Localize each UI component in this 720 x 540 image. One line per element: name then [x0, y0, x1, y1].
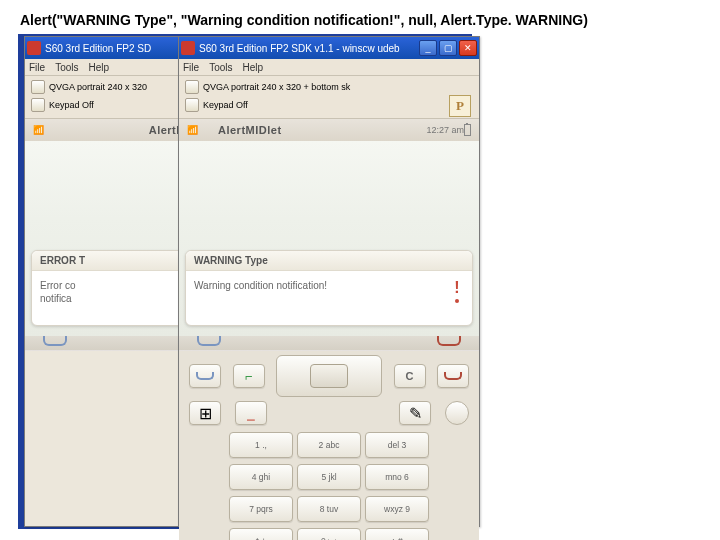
alert-message: Warning condition notification! — [194, 279, 442, 292]
signal-icon: 📶 — [33, 125, 44, 135]
battery-icon — [464, 124, 471, 136]
keypad-row-3: 7 pqrs 8 tuv wxyz 9 — [179, 493, 479, 525]
keypad-row-4: * + 0 ⌴ ↑ # — [179, 525, 479, 540]
warning-icon: ! — [450, 279, 464, 309]
app-icon — [181, 41, 195, 55]
window-buttons: _ ▢ ✕ — [419, 40, 477, 56]
emulator-canvas: S60 3rd Edition FP2 SD File Tools Help Q… — [18, 34, 472, 529]
key-2[interactable]: 2 abc — [297, 432, 361, 458]
menu-file[interactable]: File — [183, 62, 199, 73]
screen-content: WARNING Type Warning condition notificat… — [179, 141, 479, 336]
alert-title: WARNING Type — [186, 251, 472, 271]
close-button[interactable]: ✕ — [459, 40, 477, 56]
keypad-label: Keypad Off — [49, 100, 94, 110]
call-button[interactable]: ⌐ — [233, 364, 265, 388]
window-title-right: S60 3rd Edition FP2 SDK v1.1 - winscw ud… — [199, 43, 419, 54]
menu-button[interactable]: ⊞ — [189, 401, 221, 425]
signal-icon: 📶 — [187, 125, 198, 135]
status-bar: 📶 AlertMIDlet 12:27 am — [179, 119, 479, 141]
key-9[interactable]: wxyz 9 — [365, 496, 429, 522]
right-softkey-icon[interactable] — [437, 336, 461, 346]
key-3[interactable]: del 3 — [365, 432, 429, 458]
clock-text: 12:27 am — [426, 125, 464, 135]
key-0[interactable]: 0 ⌴ — [297, 528, 361, 540]
minimize-button[interactable]: _ — [419, 40, 437, 56]
dpad[interactable] — [276, 355, 382, 397]
key-7[interactable]: 7 pqrs — [229, 496, 293, 522]
clear-button[interactable]: C — [394, 364, 426, 388]
menu-tools[interactable]: Tools — [209, 62, 232, 73]
toolbar-right: QVGA portrait 240 x 320 + bottom sk Keyp… — [179, 76, 479, 119]
midlet-title: AlertMIDlet — [198, 124, 426, 136]
function-row: ⌐ C — [179, 351, 479, 401]
key-hash[interactable]: ↑ # — [365, 528, 429, 540]
resolution-icon[interactable] — [31, 80, 45, 94]
edit-button[interactable]: ✎ — [399, 401, 431, 425]
keypad-icon[interactable] — [31, 98, 45, 112]
key-1[interactable]: 1 ., — [229, 432, 293, 458]
left-softkey-icon[interactable] — [43, 336, 67, 346]
key-6[interactable]: mno 6 — [365, 464, 429, 490]
resolution-icon[interactable] — [185, 80, 199, 94]
softkey-row — [179, 336, 479, 350]
menu-help[interactable]: Help — [88, 62, 109, 73]
end-button[interactable]: ⎯ — [235, 401, 267, 425]
alert-dialog-warning: WARNING Type Warning condition notificat… — [185, 250, 473, 326]
dpad-center[interactable] — [310, 364, 348, 388]
key-8[interactable]: 8 tuv — [297, 496, 361, 522]
titlebar-right: S60 3rd Edition FP2 SDK v1.1 - winscw ud… — [179, 37, 479, 59]
keypad-icon[interactable] — [185, 98, 199, 112]
menu-tools[interactable]: Tools — [55, 62, 78, 73]
menu-file[interactable]: File — [29, 62, 45, 73]
maximize-button[interactable]: ▢ — [439, 40, 457, 56]
keypad-label: Keypad Off — [203, 100, 248, 110]
keypad-row-1: 1 ., 2 abc del 3 — [179, 429, 479, 461]
resolution-label: QVGA portrait 240 x 320 — [49, 82, 147, 92]
key-5[interactable]: 5 jkl — [297, 464, 361, 490]
p-badge-icon: P — [449, 95, 471, 117]
keypad-row-2: 4 ghi 5 jkl mno 6 — [179, 461, 479, 493]
app-icon — [27, 41, 41, 55]
left-soft-button[interactable] — [189, 364, 221, 388]
menu-help[interactable]: Help — [242, 62, 263, 73]
right-soft-button[interactable] — [437, 364, 469, 388]
key-star[interactable]: * + — [229, 528, 293, 540]
resolution-label: QVGA portrait 240 x 320 + bottom sk — [203, 82, 350, 92]
left-softkey-icon[interactable] — [197, 336, 221, 346]
side-round-button[interactable] — [445, 401, 469, 425]
function-row-2: ⊞ ⎯ ✎ — [179, 401, 479, 429]
emulator-window-right: S60 3rd Edition FP2 SDK v1.1 - winscw ud… — [178, 36, 480, 527]
phone-display-right: 📶 AlertMIDlet 12:27 am WARNING Type Warn… — [179, 119, 479, 351]
caption-text: Alert("WARNING Type", "Warning condition… — [20, 12, 588, 28]
key-4[interactable]: 4 ghi — [229, 464, 293, 490]
menubar-right[interactable]: File Tools Help — [179, 59, 479, 76]
